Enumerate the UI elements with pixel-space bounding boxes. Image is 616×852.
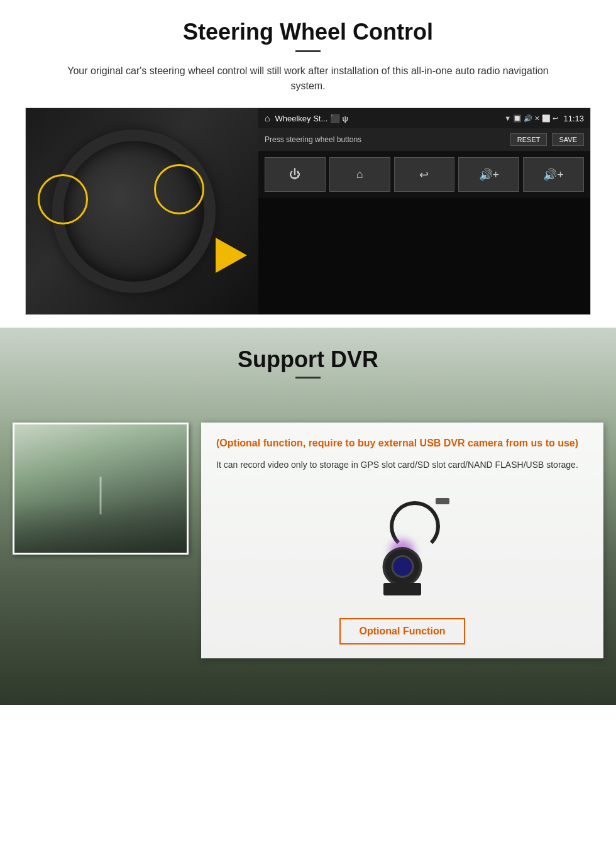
dvr-header-content: Support DVR [0,328,616,416]
camera-base [383,583,421,595]
arrow-indicator [216,238,247,273]
dvr-title: Support DVR [25,346,591,373]
swc-steering-photo [26,108,258,314]
topbar-title: Wheelkey St... ⬛ ψ [275,114,499,123]
power-button[interactable]: ⏻ [265,157,326,192]
reset-button[interactable]: RESET [510,133,547,146]
dvr-optional-note: (Optional function, require to buy exter… [216,436,588,450]
dvr-description: It can record video only to storage in G… [216,458,588,472]
screen-bottom-area [258,198,590,314]
dvr-title-underline [295,377,321,379]
dvr-product-image [216,482,588,608]
save-button[interactable]: SAVE [552,133,584,146]
home-icon: ⌂ [265,113,270,123]
dvr-section: Support DVR (Optional function, require … [0,328,616,705]
home-button[interactable]: ⌂ [329,157,390,192]
dvr-camera-shape [352,495,453,595]
right-button-highlight [154,164,204,214]
optional-function-button[interactable]: Optional Function [339,618,466,645]
back-button[interactable]: ↩ [394,157,455,192]
left-button-highlight [38,174,88,224]
screen-controls-bar: Press steering wheel buttons RESET SAVE [258,128,590,151]
swc-screen-panel: ⌂ Wheelkey St... ⬛ ψ ▼ 🔲 🔊 ✕ ⬜ ↩ 11:13 P… [258,108,590,314]
vol-up-button-1[interactable]: 🔊+ [458,157,519,192]
topbar-time: 11:13 [563,114,584,123]
camera-lens-housing [385,550,420,584]
swc-section: Steering Wheel Control Your original car… [0,0,616,328]
dvr-lower-content: (Optional function, require to buy exter… [0,423,616,677]
usb-connector [436,498,449,504]
camera-lens [393,557,412,576]
topbar-icons: ▼ 🔲 🔊 ✕ ⬜ ↩ [504,114,558,123]
swc-title: Steering Wheel Control [25,19,591,45]
vol-up-button-2[interactable]: 🔊+ [523,157,584,192]
swc-image-row: ⌂ Wheelkey St... ⬛ ψ ▼ 🔲 🔊 ✕ ⬜ ↩ 11:13 P… [25,108,591,315]
dvr-info-box: (Optional function, require to buy exter… [201,423,603,658]
dvr-camera-thumbnail [13,423,189,555]
press-buttons-label: Press steering wheel buttons [265,135,505,144]
screen-function-buttons: ⏻ ⌂ ↩ 🔊+ 🔊+ [258,151,590,198]
swc-subtitle: Your original car's steering wheel contr… [50,64,566,94]
swc-title-underline [295,50,321,52]
road-line [100,477,102,514]
screen-topbar: ⌂ Wheelkey St... ⬛ ψ ▼ 🔲 🔊 ✕ ⬜ ↩ 11:13 [258,108,590,128]
